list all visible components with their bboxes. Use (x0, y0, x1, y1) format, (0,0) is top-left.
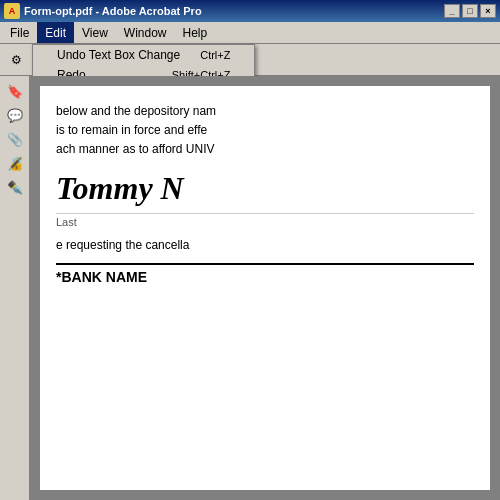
menu-item-file[interactable]: File (2, 22, 37, 43)
left-icon-comment[interactable]: 💬 (4, 104, 26, 126)
main-area: 🔖 💬 📎 🔏 ✒️ below and the depository nam … (0, 76, 500, 500)
title-bar: A Form-opt.pdf - Adobe Acrobat Pro _ □ × (0, 0, 500, 22)
doc-request-line: e requesting the cancella (56, 236, 474, 255)
doc-signature: Tommy N (56, 170, 474, 207)
menu-undo[interactable]: Undo Text Box Change Ctrl+Z (33, 45, 254, 65)
left-icon-sign[interactable]: ✒️ (4, 176, 26, 198)
window-controls[interactable]: _ □ × (444, 4, 496, 18)
left-icon-lock[interactable]: 🔏 (4, 152, 26, 174)
minimize-button[interactable]: _ (444, 4, 460, 18)
close-button[interactable]: × (480, 4, 496, 18)
title-text: Form-opt.pdf - Adobe Acrobat Pro (24, 5, 202, 17)
document-area: below and the depository nam is to remai… (30, 76, 500, 500)
document-page: below and the depository nam is to remai… (40, 86, 490, 490)
toolbar-btn-settings[interactable]: ⚙ (4, 48, 28, 72)
menu-item-edit[interactable]: Edit (37, 22, 74, 43)
doc-line-2: is to remain in force and effe (56, 121, 474, 140)
menu-bar: File Edit View Window Help Undo Text Box… (0, 22, 500, 44)
doc-line-3: ach manner as to afford UNIV (56, 140, 474, 159)
left-panel: 🔖 💬 📎 🔏 ✒️ (0, 76, 30, 500)
doc-bank-label: *BANK NAME (56, 263, 474, 285)
doc-field-label: Last (56, 213, 474, 228)
left-icon-bookmark[interactable]: 🔖 (4, 80, 26, 102)
menu-item-window[interactable]: Window (116, 22, 175, 43)
doc-line-1: below and the depository nam (56, 102, 474, 121)
maximize-button[interactable]: □ (462, 4, 478, 18)
menu-item-view[interactable]: View (74, 22, 116, 43)
app-icon: A (4, 3, 20, 19)
menu-item-help[interactable]: Help (175, 22, 216, 43)
left-icon-attachment[interactable]: 📎 (4, 128, 26, 150)
